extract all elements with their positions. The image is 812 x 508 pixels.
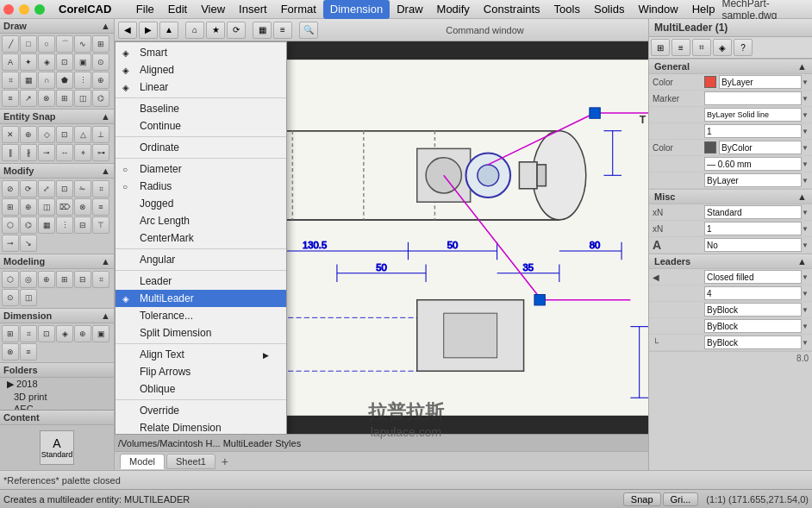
menu-angular[interactable]: Angular bbox=[116, 251, 286, 268]
mod-btn-8[interactable]: ⊕ bbox=[20, 198, 37, 216]
snap-btn-11[interactable]: ⌖ bbox=[74, 144, 91, 161]
content-item[interactable]: A Standard bbox=[40, 430, 74, 465]
mod-btn-7[interactable]: ⊞ bbox=[2, 198, 19, 216]
draw-btn-2[interactable]: □ bbox=[20, 35, 37, 53]
prop-scale-value[interactable]: 1 bbox=[704, 124, 802, 138]
dim-btn-1[interactable]: ⊞ bbox=[2, 325, 19, 342]
dr-refresh-btn[interactable]: ⟳ bbox=[227, 22, 246, 39]
model-btn-3[interactable]: ⊕ bbox=[38, 271, 55, 288]
prop-marker-value[interactable] bbox=[704, 91, 802, 105]
menu-modify[interactable]: Modify bbox=[430, 0, 477, 19]
dr-up-btn[interactable]: ▲ bbox=[159, 22, 178, 39]
dim-btn-8[interactable]: ≡ bbox=[20, 343, 37, 361]
menu-insert[interactable]: Insert bbox=[232, 0, 274, 19]
tree-item-1[interactable]: 3D print bbox=[0, 391, 114, 403]
prop-leader5-arrow[interactable]: ▼ bbox=[802, 339, 809, 347]
prop-xn-arrow[interactable]: ▼ bbox=[802, 225, 809, 233]
menu-relate-dimension[interactable]: Relate Dimension bbox=[116, 419, 286, 434]
draw-btn-7[interactable]: A bbox=[2, 53, 19, 71]
prop-xn-value[interactable]: 1 bbox=[704, 222, 802, 235]
minimize-button[interactable] bbox=[19, 4, 29, 15]
menu-constraints[interactable]: Constraints bbox=[477, 0, 547, 19]
menu-arc-length[interactable]: Arc Length bbox=[116, 212, 286, 229]
tab-model[interactable]: Model bbox=[120, 454, 165, 469]
dr-forward-btn[interactable]: ▶ bbox=[139, 22, 158, 39]
prop-leader5-value[interactable]: ByBlock bbox=[704, 336, 802, 349]
prop-tb-btn-5[interactable]: ? bbox=[734, 39, 753, 56]
prop-scale-arrow[interactable]: ▼ bbox=[802, 128, 809, 135]
draw-btn-23[interactable]: ◫ bbox=[74, 90, 91, 107]
mod-btn-17[interactable]: ⊟ bbox=[74, 216, 91, 234]
dr-filter-btn[interactable]: 🔍 bbox=[299, 22, 318, 39]
close-button[interactable] bbox=[3, 4, 14, 15]
mod-btn-15[interactable]: ▦ bbox=[38, 216, 55, 234]
prop-tb-btn-2[interactable]: ≡ bbox=[671, 39, 690, 56]
menu-window[interactable]: Window bbox=[631, 0, 684, 19]
draw-btn-4[interactable]: ⌒ bbox=[56, 35, 73, 53]
menu-ordinate[interactable]: Ordinate bbox=[116, 139, 286, 156]
draw-btn-21[interactable]: ⊗ bbox=[38, 90, 55, 107]
draw-btn-19[interactable]: ≡ bbox=[2, 90, 19, 107]
menu-split-dimension[interactable]: Split Dimension bbox=[116, 324, 286, 342]
prop-bycolor-arrow[interactable]: ▼ bbox=[802, 144, 809, 152]
grid-button[interactable]: Gri... bbox=[663, 492, 699, 506]
draw-btn-12[interactable]: ⊙ bbox=[92, 53, 109, 71]
menu-multileader[interactable]: ◈ MultiLeader bbox=[116, 290, 286, 307]
prop-leader2-value[interactable]: 4 bbox=[704, 286, 802, 300]
menu-aligned[interactable]: ◈ Aligned bbox=[116, 61, 286, 78]
dim-btn-2[interactable]: ⌗ bbox=[20, 325, 37, 342]
prop-marker-arrow[interactable]: ▼ bbox=[802, 95, 809, 103]
snap-btn-3[interactable]: ◇ bbox=[38, 126, 55, 143]
draw-btn-18[interactable]: ⊕ bbox=[92, 72, 109, 89]
model-btn-6[interactable]: ⌗ bbox=[92, 271, 109, 288]
prop-color-arrow[interactable]: ▼ bbox=[802, 78, 809, 86]
draw-btn-22[interactable]: ⊞ bbox=[56, 90, 73, 107]
model-btn-4[interactable]: ⊞ bbox=[56, 271, 73, 288]
prop-leader1-value[interactable]: Closed filled bbox=[704, 270, 802, 284]
menu-continue[interactable]: Continue bbox=[116, 117, 286, 135]
mod-btn-3[interactable]: ⤢ bbox=[38, 180, 55, 198]
draw-btn-6[interactable]: ⊞ bbox=[92, 35, 109, 53]
tree-item-0[interactable]: ▶ 2018 bbox=[0, 378, 114, 391]
app-name-menu[interactable]: CorelCAD 2018 bbox=[52, 0, 124, 19]
mod-btn-13[interactable]: ⬡ bbox=[2, 216, 19, 234]
prop-style-value[interactable]: Standard bbox=[704, 205, 802, 219]
draw-btn-16[interactable]: ⬟ bbox=[56, 72, 73, 89]
model-btn-2[interactable]: ◎ bbox=[20, 271, 37, 288]
draw-btn-3[interactable]: ○ bbox=[38, 35, 55, 53]
snap-btn-8[interactable]: ∦ bbox=[20, 144, 37, 161]
model-btn-5[interactable]: ⊟ bbox=[74, 271, 91, 288]
mod-btn-4[interactable]: ⊡ bbox=[56, 180, 73, 198]
snap-btn-2[interactable]: ⊕ bbox=[20, 126, 37, 143]
mod-btn-9[interactable]: ◫ bbox=[38, 198, 55, 216]
dim-btn-6[interactable]: ▣ bbox=[92, 325, 109, 342]
menu-edit[interactable]: Edit bbox=[161, 0, 194, 19]
prop-a-value[interactable]: No bbox=[704, 238, 802, 252]
draw-btn-24[interactable]: ⌬ bbox=[92, 90, 109, 107]
menu-smart[interactable]: ◈ Smart bbox=[116, 44, 286, 61]
menu-flip-arrows[interactable]: Flip Arrows bbox=[116, 363, 286, 380]
snap-btn-10[interactable]: ↔ bbox=[56, 144, 73, 161]
mod-btn-1[interactable]: ⊘ bbox=[2, 180, 19, 198]
prop-bylayer-value[interactable]: ByLayer bbox=[704, 173, 802, 187]
prop-bycolor-value[interactable]: ByColor bbox=[719, 141, 802, 154]
mod-btn-10[interactable]: ⌦ bbox=[56, 198, 73, 216]
prop-leader3-value[interactable]: ByBlock bbox=[704, 303, 802, 317]
menu-help[interactable]: Help bbox=[685, 0, 722, 19]
mod-btn-12[interactable]: ≡ bbox=[92, 198, 109, 216]
menu-tolerance[interactable]: Tolerance... bbox=[116, 307, 286, 324]
mod-btn-6[interactable]: ⌗ bbox=[92, 180, 109, 198]
draw-btn-20[interactable]: ↗ bbox=[20, 90, 37, 107]
prop-color-value[interactable]: ByLayer bbox=[719, 75, 802, 89]
prop-linetype-arrow[interactable]: ▼ bbox=[802, 111, 809, 119]
snap-btn-12[interactable]: ⊶ bbox=[92, 144, 109, 161]
mod-btn-19[interactable]: ⊸ bbox=[2, 235, 19, 252]
tab-add-button[interactable]: + bbox=[217, 454, 233, 469]
draw-btn-11[interactable]: ▣ bbox=[74, 53, 91, 71]
menu-view[interactable]: View bbox=[194, 0, 232, 19]
prop-leader3-arrow[interactable]: ▼ bbox=[802, 306, 809, 314]
snap-btn-4[interactable]: ⊡ bbox=[56, 126, 73, 143]
menu-diameter[interactable]: ○ Diameter bbox=[116, 160, 286, 178]
menu-leader[interactable]: Leader bbox=[116, 273, 286, 290]
drawing-canvas[interactable]: 130.5 50 50 bbox=[115, 41, 648, 434]
